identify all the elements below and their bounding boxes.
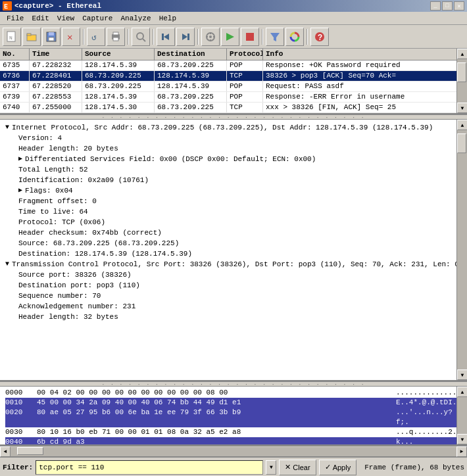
- detail-item[interactable]: Destination: 128.174.5.39 (128.174.5.39): [5, 249, 462, 259]
- go-back-button[interactable]: [157, 28, 175, 46]
- packet-row[interactable]: 6739 67.228553 128.174.5.39 68.73.209.22…: [0, 92, 467, 103]
- hex-bytes: 6b cd 9d a3: [37, 437, 391, 446]
- svg-rect-27: [246, 33, 254, 41]
- detail-item[interactable]: Header checksum: 0x74bb (correct): [5, 227, 462, 238]
- detail-content: ▼Internet Protocol, Src Addr: 68.73.209.…: [0, 120, 467, 325]
- hex-panel: 0000 00 04 02 00 00 00 00 00 00 00 00 00…: [0, 387, 467, 446]
- hex-scroll-track[interactable]: [457, 397, 467, 434]
- hex-row[interactable]: 0020 80 ae 05 27 95 b6 00 6e ba 1e ee 79…: [5, 408, 462, 427]
- print-button[interactable]: [107, 28, 125, 46]
- toolbar-sep-2: [128, 29, 129, 45]
- capture-filter-button[interactable]: [266, 28, 284, 46]
- cell-no: 6736: [0, 71, 30, 81]
- detail-item[interactable]: Time to live: 64: [5, 206, 462, 217]
- detail-item[interactable]: Sequence number: 70: [5, 291, 462, 301]
- hex-scroll-up[interactable]: ▲: [457, 387, 467, 397]
- detail-scroll-track[interactable]: [457, 130, 467, 369]
- help-button[interactable]: ?: [310, 28, 329, 46]
- detail-item[interactable]: Total Length: 52: [5, 164, 462, 175]
- reload-button[interactable]: ↺: [87, 28, 105, 46]
- capture-stop-button[interactable]: [241, 28, 259, 46]
- apply-filter-button[interactable]: ✓ Apply: [319, 460, 357, 475]
- col-header-src[interactable]: Source: [82, 49, 155, 60]
- hex-row[interactable]: 0040 6b cd 9d a3 k...: [5, 437, 462, 446]
- minimize-button[interactable]: _: [430, 1, 441, 11]
- scroll-right-arrow[interactable]: ►: [456, 446, 467, 457]
- hex-scroll-down[interactable]: ▼: [457, 434, 467, 444]
- close-capture-button[interactable]: ✕: [62, 28, 80, 46]
- menu-analyze[interactable]: Analyze: [116, 13, 155, 24]
- go-forward-button[interactable]: [176, 28, 195, 46]
- detail-expandable-item[interactable]: ▶Flags: 0x04: [5, 185, 462, 196]
- resize-handle-2[interactable]: · · · · · · · · · · · · · · · · · · · · …: [0, 381, 467, 387]
- detail-item[interactable]: Source: 68.73.209.225 (68.73.209.225): [5, 238, 462, 249]
- find-button[interactable]: [132, 28, 150, 46]
- item-text: Flags: 0x04: [25, 185, 73, 196]
- col-header-info[interactable]: Info: [263, 49, 467, 60]
- detail-scroll-up[interactable]: ▲: [457, 120, 467, 130]
- menu-help[interactable]: Help: [155, 13, 180, 24]
- scroll-up-arrow[interactable]: ▲: [457, 49, 467, 59]
- capture-start-button[interactable]: [221, 28, 239, 46]
- menu-view[interactable]: View: [53, 13, 78, 24]
- packet-rows: 6735 67.228232 128.174.5.39 68.73.209.22…: [0, 60, 467, 113]
- title-icon: E: [3, 1, 12, 11]
- save-button[interactable]: [42, 28, 61, 46]
- hex-offset: 0000: [5, 388, 32, 398]
- detail-item[interactable]: Acknowledgement number: 231: [5, 301, 462, 312]
- hex-scrollbar[interactable]: ▲ ▼: [456, 387, 467, 444]
- detail-scroll-thumb[interactable]: [457, 133, 466, 153]
- col-header-no[interactable]: No.: [0, 49, 30, 60]
- packet-row[interactable]: 6735 67.228232 128.174.5.39 68.73.209.22…: [0, 60, 467, 71]
- svg-rect-12: [113, 32, 118, 35]
- scroll-thumb[interactable]: [457, 62, 466, 82]
- filter-input[interactable]: [36, 460, 263, 475]
- col-header-dst[interactable]: Destination: [155, 49, 227, 60]
- scroll-track[interactable]: [457, 59, 467, 103]
- packet-list-scrollbar[interactable]: ▲ ▼: [456, 49, 467, 113]
- detail-item[interactable]: Source port: 38326 (38326): [5, 270, 462, 280]
- svg-marker-16: [164, 34, 169, 40]
- maximize-button[interactable]: □: [442, 1, 453, 11]
- hex-row[interactable]: 0010 45 00 00 34 2a 09 40 00 40 06 74 bb…: [5, 398, 462, 408]
- close-button-title[interactable]: ✕: [454, 1, 464, 11]
- detail-item[interactable]: Fragment offset: 0: [5, 196, 462, 206]
- detail-scrollbar[interactable]: ▲ ▼: [456, 120, 467, 380]
- bottom-scroll-thumb[interactable]: [17, 447, 43, 455]
- menu-capture[interactable]: Capture: [78, 13, 116, 24]
- colorize-button[interactable]: [285, 28, 304, 46]
- scroll-down-arrow[interactable]: ▼: [457, 103, 467, 113]
- detail-scroll-down[interactable]: ▼: [457, 369, 467, 380]
- detail-section-header-ip[interactable]: ▼Internet Protocol, Src Addr: 68.73.209.…: [5, 122, 462, 133]
- col-header-proto[interactable]: Protocol: [227, 49, 263, 60]
- menu-edit[interactable]: Edit: [28, 13, 53, 24]
- toolbar-sep-6: [307, 29, 308, 45]
- new-capture-button[interactable]: N: [3, 28, 21, 46]
- detail-item[interactable]: Version: 4: [5, 133, 462, 143]
- detail-item[interactable]: Identification: 0x2a09 (10761): [5, 175, 462, 185]
- col-header-time[interactable]: Time: [30, 49, 82, 60]
- cell-dst: 68.73.209.225: [155, 92, 227, 102]
- capture-options-button[interactable]: [201, 28, 220, 46]
- menu-file[interactable]: File: [3, 13, 28, 24]
- filter-dropdown-button[interactable]: ▼: [266, 460, 276, 475]
- bottom-scrollbar[interactable]: ◄ ►: [0, 446, 467, 456]
- detail-section-header-tcp[interactable]: ▼Transmission Control Protocol, Src Port…: [5, 259, 462, 270]
- detail-item[interactable]: Protocol: TCP (0x06): [5, 217, 462, 227]
- hex-row[interactable]: 0000 00 04 02 00 00 00 00 00 00 00 00 00…: [5, 388, 462, 398]
- packet-row[interactable]: 6737 67.228520 68.73.209.225 128.174.5.3…: [0, 82, 467, 92]
- item-text: Protocol: TCP (0x06): [18, 218, 105, 226]
- detail-item[interactable]: Destination port: pop3 (110): [5, 280, 462, 291]
- bottom-scroll-track[interactable]: [11, 447, 456, 456]
- packet-row[interactable]: 6740 67.255000 128.174.5.30 68.73.209.22…: [0, 103, 467, 113]
- detail-expandable-item[interactable]: ▶Differentiated Services Field: 0x00 (DS…: [5, 154, 462, 164]
- resize-handle-1[interactable]: · · · · · · · · · · · · · · · · · · · · …: [0, 114, 467, 120]
- detail-item[interactable]: Header length: 20 bytes: [5, 143, 462, 154]
- detail-item[interactable]: Header length: 32 bytes: [5, 312, 462, 322]
- scroll-left-arrow[interactable]: ◄: [0, 446, 11, 457]
- hex-row[interactable]: 0030 80 10 16 b0 eb 71 00 00 01 01 08 0a…: [5, 427, 462, 437]
- open-button[interactable]: [22, 28, 41, 46]
- toolbar-sep-3: [153, 29, 154, 45]
- packet-row[interactable]: 6736 67.228401 68.73.209.225 128.174.5.3…: [0, 71, 467, 82]
- clear-filter-button[interactable]: ✕ Clear: [279, 460, 316, 475]
